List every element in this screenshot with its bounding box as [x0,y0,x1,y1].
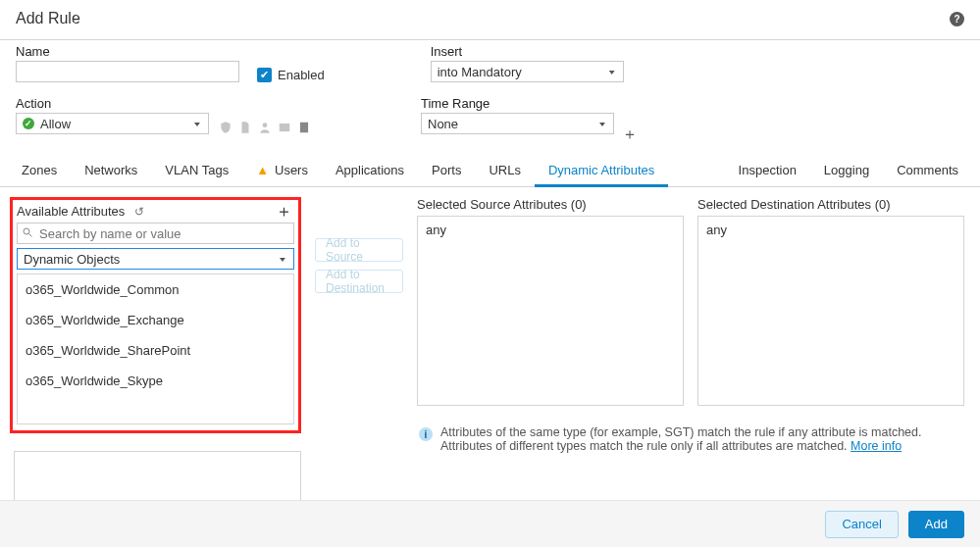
list-item[interactable]: o365_Worldwide_Skype [18,366,293,396]
user-icon [258,121,272,134]
add-to-destination-button: Add to Destination [315,270,403,293]
name-label: Name [16,44,239,59]
add-button[interactable]: Add [908,511,964,538]
svg-rect-1 [280,124,290,131]
list-item[interactable]: o365_Worldwide_SharePoint [18,335,293,366]
mail-icon [278,121,291,134]
timerange-value: None [428,117,458,131]
svg-line-4 [29,233,32,236]
note-icon [297,121,311,134]
action-value: Allow [40,117,71,131]
insert-select[interactable]: into Mandatory ▼ [431,61,624,82]
tab-ports[interactable]: Ports [418,154,475,187]
dialog-title: Add Rule [16,10,80,27]
search-input[interactable] [37,225,289,242]
file-icon [238,121,252,134]
name-input[interactable] [16,61,239,82]
tab-inspection[interactable]: Inspection [725,154,810,187]
more-info-link[interactable]: More info [851,439,902,453]
refresh-icon[interactable]: ↻ [134,205,144,219]
timerange-select[interactable]: None ▼ [421,113,614,134]
available-list: o365_Worldwide_Common o365_Worldwide_Exc… [17,274,294,424]
tab-comments[interactable]: Comments [883,154,972,187]
tab-bar: Zones Networks VLAN Tags ▲ Users Applica… [0,154,980,187]
tab-zones[interactable]: Zones [8,154,71,187]
insert-label: Insert [431,44,624,59]
source-title: Selected Source Attributes (0) [417,197,684,212]
svg-point-0 [263,123,268,127]
allow-icon: ✓ [23,118,34,129]
source-box[interactable]: any [417,216,684,406]
enabled-label: Enabled [278,68,325,82]
tab-networks[interactable]: Networks [71,154,151,187]
search-icon [22,226,33,241]
timerange-label: Time Range [421,96,614,111]
shield-icon [219,121,232,134]
cancel-button[interactable]: Cancel [825,511,898,538]
help-icon[interactable]: ? [950,12,964,26]
insert-value: into Mandatory [438,65,522,79]
svg-point-3 [24,228,29,234]
tab-logging[interactable]: Logging [810,154,883,187]
list-item[interactable]: o365_Worldwide_Exchange [18,305,293,335]
source-value: any [426,223,446,237]
checkmark-icon: ✔ [257,68,272,82]
chevron-down-icon: ▼ [597,120,607,127]
svg-rect-2 [300,123,308,133]
dest-title: Selected Destination Attributes (0) [697,197,964,212]
action-label: Action [16,96,209,111]
available-title: Available Attributes [17,204,125,219]
chevron-down-icon: ▼ [607,68,617,75]
dest-box[interactable]: any [697,216,964,406]
tab-users[interactable]: ▲ Users [242,154,322,187]
tab-vlan-tags[interactable]: VLAN Tags [151,154,242,187]
attribute-type-value: Dynamic Objects [24,252,120,267]
chevron-down-icon: ▼ [278,255,287,263]
chevron-down-icon: ▼ [192,120,202,127]
add-to-source-button: Add to Source [315,238,403,262]
warning-icon: ▲ [256,163,269,177]
hint-text: i Attributes of the same type (for examp… [417,425,964,453]
list-item[interactable]: o365_Worldwide_Common [18,274,293,305]
tab-applications[interactable]: Applications [322,154,418,187]
attribute-type-select[interactable]: Dynamic Objects ▼ [17,248,294,270]
action-select[interactable]: ✓ Allow ▼ [16,113,209,134]
available-attributes-panel: Available Attributes ↻ ＋ Dynamic Objects… [10,197,301,433]
search-input-wrap[interactable] [17,223,294,244]
tab-dynamic-attributes[interactable]: Dynamic Attributes [535,154,668,187]
post-action-icons [219,121,311,134]
dest-value: any [706,223,727,237]
enabled-checkbox[interactable]: ✔ Enabled [257,68,325,82]
info-icon: i [419,427,433,441]
tab-urls[interactable]: URLs [475,154,535,187]
